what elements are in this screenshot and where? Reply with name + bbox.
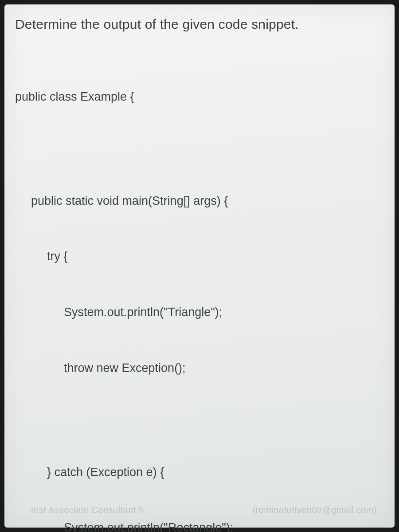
code-line: } catch (Exception e) { — [15, 463, 384, 482]
question-heading: Determine the output of the given code s… — [15, 17, 384, 32]
code-line: System.out.println("Triangle"); — [15, 303, 384, 322]
code-line: public static void main(String[] args) { — [15, 192, 384, 211]
code-line: System.out.println("Rectangle"); — [15, 519, 384, 532]
watermark: test Associate Consultant h (rominatutiv… — [31, 505, 377, 515]
watermark-left: test Associate Consultant h — [31, 505, 144, 515]
watermark-right: (rominatutiven08@gmail.com) — [252, 505, 377, 515]
question-panel: Determine the output of the given code s… — [4, 4, 395, 528]
code-line: public class Example { — [15, 88, 384, 106]
code-snippet: public class Example { public static voi… — [15, 51, 384, 532]
code-line: throw new Exception(); — [15, 359, 384, 378]
code-line: try { — [15, 247, 384, 266]
